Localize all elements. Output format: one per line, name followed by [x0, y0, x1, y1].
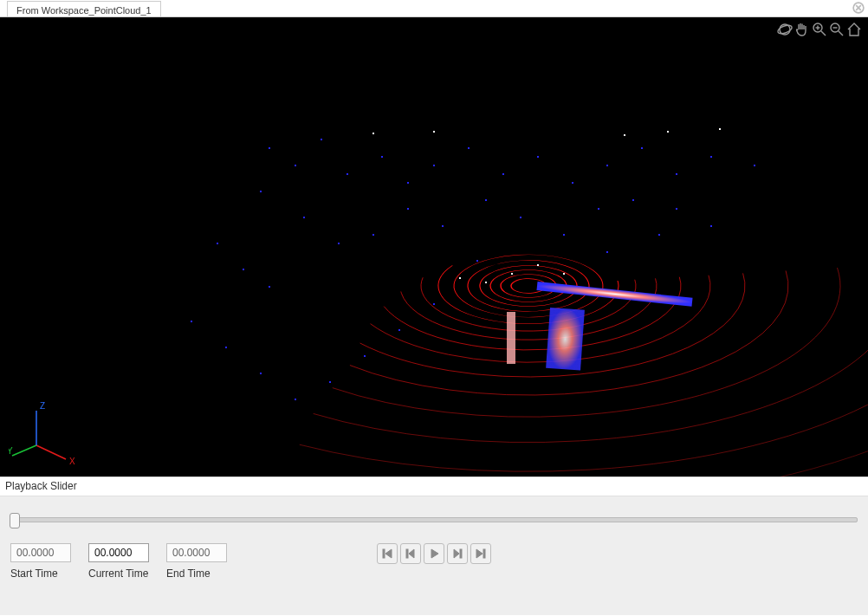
svg-point-25 — [777, 23, 794, 35]
tab-bar: From Workspace_PointCloud_1 — [0, 0, 868, 17]
svg-marker-39 — [409, 549, 414, 558]
start-time-label: Start Time — [10, 567, 71, 580]
tab-label: From Workspace_PointCloud_1 — [16, 5, 152, 16]
tab-pointcloud[interactable]: From Workspace_PointCloud_1 — [7, 1, 161, 16]
play-button[interactable] — [424, 543, 444, 564]
svg-point-18 — [0, 17, 868, 477]
skip-start-button[interactable] — [377, 543, 398, 564]
end-time-label: End Time — [166, 567, 227, 580]
svg-rect-22 — [546, 308, 585, 371]
viewport-toolbar — [776, 21, 863, 41]
svg-line-33 — [36, 445, 66, 459]
playback-slider-row — [0, 496, 868, 522]
svg-marker-37 — [385, 549, 392, 558]
current-time-input[interactable] — [88, 543, 149, 562]
svg-point-16 — [29, 76, 868, 477]
playback-controls: Start Time Current Time End Time — [0, 522, 868, 580]
svg-rect-42 — [460, 549, 462, 558]
home-icon[interactable] — [845, 21, 863, 41]
orbit-icon[interactable] — [776, 21, 794, 41]
close-icon[interactable] — [852, 2, 865, 14]
svg-line-31 — [839, 31, 843, 36]
svg-point-19 — [0, 17, 868, 477]
playback-panel: Playback Slider Start Time Current Time … — [0, 477, 868, 615]
axis-y-label: Y — [9, 446, 13, 456]
svg-point-15 — [107, 109, 868, 463]
playback-slider[interactable] — [10, 517, 858, 522]
svg-marker-41 — [454, 549, 459, 558]
pointcloud-viewport[interactable]: X Y Z — [0, 17, 868, 477]
skip-end-button[interactable] — [470, 543, 491, 564]
zoom-out-icon[interactable] — [828, 21, 845, 41]
slider-thumb[interactable] — [10, 513, 20, 528]
svg-rect-38 — [406, 549, 408, 558]
svg-rect-36 — [383, 549, 385, 558]
step-forward-button[interactable] — [447, 543, 468, 564]
current-time-label: Current Time — [88, 567, 149, 580]
end-time-group: End Time — [166, 543, 227, 580]
svg-marker-43 — [476, 549, 483, 558]
step-back-button[interactable] — [400, 543, 421, 564]
start-time-input[interactable] — [10, 543, 71, 562]
axis-gizmo: X Y Z — [9, 388, 78, 466]
svg-point-20 — [516, 281, 540, 290]
current-time-group: Current Time — [88, 543, 149, 580]
axis-z-label: Z — [40, 401, 45, 411]
svg-point-17 — [0, 39, 868, 477]
transport-buttons — [377, 543, 491, 564]
svg-line-27 — [821, 31, 826, 36]
svg-line-34 — [12, 445, 36, 456]
pointcloud-render — [0, 17, 868, 477]
axis-x-label: X — [69, 457, 75, 466]
svg-rect-44 — [483, 549, 485, 558]
svg-rect-21 — [536, 282, 692, 307]
zoom-in-icon[interactable] — [811, 21, 828, 41]
start-time-group: Start Time — [10, 543, 71, 580]
svg-marker-40 — [431, 549, 438, 558]
end-time-input[interactable] — [166, 543, 227, 562]
playback-title: Playback Slider — [0, 477, 868, 496]
svg-rect-23 — [507, 312, 515, 364]
pan-icon[interactable] — [794, 21, 811, 41]
